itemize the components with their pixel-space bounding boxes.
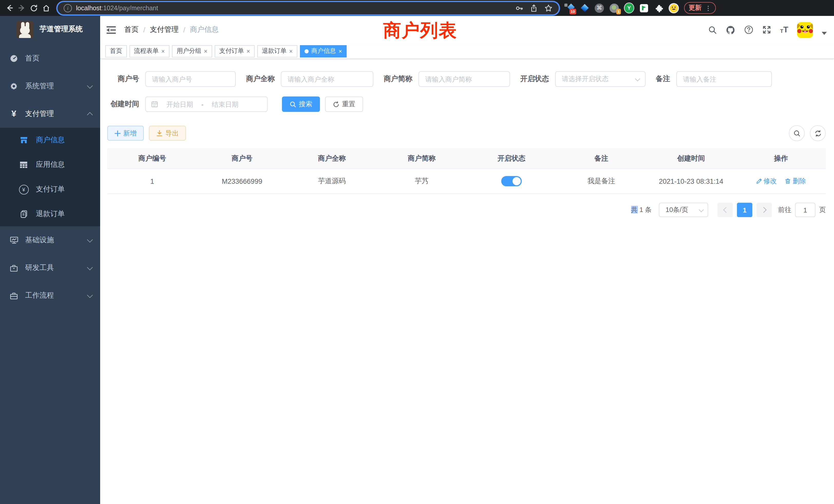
- fullscreen-icon[interactable]: [762, 25, 771, 35]
- cell-short-name: 芋艿: [377, 168, 466, 194]
- plus-icon: [114, 130, 121, 136]
- close-icon[interactable]: ×: [289, 48, 293, 54]
- sidebar-item-devtools[interactable]: 研发工具: [0, 254, 100, 282]
- browser-reload-icon[interactable]: [28, 2, 40, 14]
- col-short-name: 商户简称: [377, 148, 466, 168]
- yen-icon: ¥: [9, 109, 19, 119]
- extension-profile-icon[interactable]: 1: [609, 3, 619, 13]
- tab-home[interactable]: 首页: [105, 45, 127, 57]
- tab-process-form[interactable]: 流程表单×: [129, 45, 170, 57]
- start-date-input[interactable]: [160, 100, 199, 109]
- browser-menu-icon[interactable]: ⋮: [705, 4, 711, 12]
- export-button[interactable]: 导出: [149, 126, 186, 141]
- help-icon[interactable]: [744, 25, 753, 35]
- dashboard-icon: [9, 54, 19, 63]
- extension-blue-diamond-icon[interactable]: 10: [564, 3, 575, 13]
- site-info-icon[interactable]: i: [64, 4, 72, 12]
- refresh-table-button[interactable]: [810, 125, 826, 141]
- chevron-down-icon: [87, 292, 93, 298]
- sidebar-item-application[interactable]: 应用信息: [0, 153, 100, 177]
- next-page-button[interactable]: [756, 203, 772, 217]
- sidebar-item-pay[interactable]: ¥ 支付管理: [0, 100, 100, 128]
- edit-button[interactable]: 修改: [756, 177, 777, 186]
- sidebar-item-home[interactable]: 首页: [0, 45, 100, 72]
- col-merchant-id: 商户编号: [107, 148, 197, 168]
- sidebar-item-infra[interactable]: 基础设施: [0, 226, 100, 254]
- font-size-icon[interactable]: TT: [780, 26, 788, 34]
- page-number-1[interactable]: 1: [737, 203, 752, 217]
- sidebar-collapse-icon[interactable]: [105, 24, 116, 36]
- yen-circle-icon: ¥: [19, 184, 29, 194]
- prev-page-button[interactable]: [718, 203, 733, 217]
- bookmark-star-icon[interactable]: [544, 4, 553, 12]
- refresh-icon: [333, 101, 339, 108]
- browser-back-icon[interactable]: [3, 2, 16, 14]
- cell-create-time: 2021-10-23 08:31:14: [646, 168, 736, 194]
- browser-forward-icon[interactable]: [16, 2, 28, 14]
- tab-merchant-active[interactable]: 商户信息×: [300, 45, 347, 57]
- avatar-dropdown-caret[interactable]: [822, 32, 827, 35]
- tab-pay-order[interactable]: 支付订单×: [215, 45, 255, 57]
- user-avatar[interactable]: [797, 22, 813, 38]
- date-range-picker[interactable]: -: [145, 96, 267, 112]
- app-logo-row[interactable]: 芋道管理系统: [0, 16, 100, 43]
- close-icon[interactable]: ×: [338, 48, 342, 54]
- extension-green-doc-icon[interactable]: [639, 3, 649, 13]
- header-search-icon[interactable]: [708, 25, 717, 34]
- tab-refund-order[interactable]: 退款订单×: [257, 45, 297, 57]
- github-icon[interactable]: [726, 25, 736, 35]
- extension-command-icon[interactable]: ⌘: [594, 3, 605, 13]
- store-icon: [19, 136, 29, 144]
- chevron-down-icon: [699, 207, 704, 212]
- extension-kite-icon[interactable]: [579, 3, 590, 13]
- sidebar-item-merchant[interactable]: 商户信息: [0, 128, 100, 153]
- add-button[interactable]: 新增: [107, 126, 144, 141]
- address-bar[interactable]: i localhost:1024/pay/merchant: [58, 2, 559, 14]
- merchant-table: 商户编号 商户号 商户全称 商户简称 开启状态 备注 创建时间 操作 1: [107, 148, 826, 194]
- full-name-input[interactable]: [281, 71, 373, 87]
- extensions-puzzle-icon[interactable]: [654, 3, 664, 13]
- chevron-down-icon: [635, 76, 640, 81]
- sidebar-item-system[interactable]: 系统管理: [0, 72, 100, 100]
- reset-button[interactable]: 重置: [325, 96, 363, 112]
- sidebar-item-refund-order[interactable]: 退款订单: [0, 202, 100, 226]
- filter-merchant-no: 商户号: [107, 71, 236, 87]
- browser-profile-avatar[interactable]: [668, 3, 679, 13]
- hide-search-button[interactable]: [789, 125, 805, 141]
- extensions-area: 10 ⌘ 1 Y: [564, 3, 679, 13]
- short-name-input[interactable]: [419, 71, 510, 87]
- sidebar-item-pay-order[interactable]: ¥ 支付订单: [0, 177, 100, 202]
- col-full-name: 商户全称: [287, 148, 377, 168]
- col-remark: 备注: [556, 148, 646, 168]
- breadcrumb: 首页 / 支付管理 / 商户信息: [124, 25, 219, 35]
- password-key-icon[interactable]: [515, 4, 523, 12]
- remark-input[interactable]: [676, 71, 772, 87]
- delete-button[interactable]: 删除: [785, 177, 806, 186]
- share-icon[interactable]: [530, 4, 538, 12]
- browser-update-pill[interactable]: 更新 ⋮: [684, 2, 716, 14]
- close-icon[interactable]: ×: [161, 48, 165, 54]
- extension-y-icon[interactable]: Y: [624, 3, 634, 13]
- briefcase-icon: [9, 292, 19, 299]
- navbar-actions: TT: [708, 22, 827, 38]
- active-dot: [305, 49, 309, 53]
- breadcrumb-pay[interactable]: 支付管理: [150, 25, 179, 35]
- browser-home-icon[interactable]: [40, 2, 52, 14]
- status-select[interactable]: 请选择开启状态: [555, 71, 645, 87]
- goto-page-input[interactable]: [795, 203, 815, 217]
- calendar-icon: [151, 100, 158, 108]
- merchant-no-input[interactable]: [145, 71, 236, 87]
- search-button[interactable]: 搜索: [282, 96, 320, 112]
- sidebar: 芋道管理系统 首页 系统管理 ¥ 支付管: [0, 16, 100, 504]
- tab-user-group[interactable]: 用户分组×: [172, 45, 212, 57]
- col-create-time: 创建时间: [646, 148, 736, 168]
- close-icon[interactable]: ×: [204, 48, 207, 54]
- sidebar-item-workflow[interactable]: 工作流程: [0, 282, 100, 310]
- pay-submenu: 商户信息 应用信息 ¥ 支付订单: [0, 128, 100, 226]
- status-toggle-on[interactable]: [501, 176, 522, 186]
- breadcrumb-home[interactable]: 首页: [124, 25, 139, 35]
- filter-row-2: 创建时间 - 搜索: [107, 96, 826, 112]
- page-size-select[interactable]: 10条/页: [659, 203, 708, 217]
- end-date-input[interactable]: [206, 100, 245, 109]
- close-icon[interactable]: ×: [246, 48, 250, 54]
